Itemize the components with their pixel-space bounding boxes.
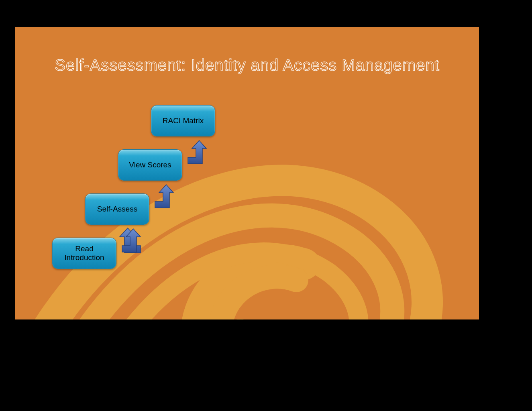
- step-label: Read Introduction: [56, 244, 113, 262]
- slide-title: Self-Assessment: Identity and Access Man…: [15, 56, 479, 74]
- step-view-scores[interactable]: View Scores: [118, 149, 182, 181]
- step-raci-matrix[interactable]: RACI Matrix: [151, 105, 215, 136]
- step-label: RACI Matrix: [163, 116, 204, 125]
- arrow-icon: [119, 227, 143, 255]
- step-self-assess[interactable]: Self-Assess: [85, 193, 149, 225]
- step-label: View Scores: [129, 161, 171, 169]
- slide: Self-Assessment: Identity and Access Man…: [15, 27, 479, 319]
- arrow-icon: [152, 183, 176, 211]
- step-read-introduction[interactable]: Read Introduction: [52, 238, 116, 269]
- step-label: Self-Assess: [97, 205, 137, 214]
- background-swirl: [15, 75, 479, 319]
- arrow-icon: [185, 139, 209, 167]
